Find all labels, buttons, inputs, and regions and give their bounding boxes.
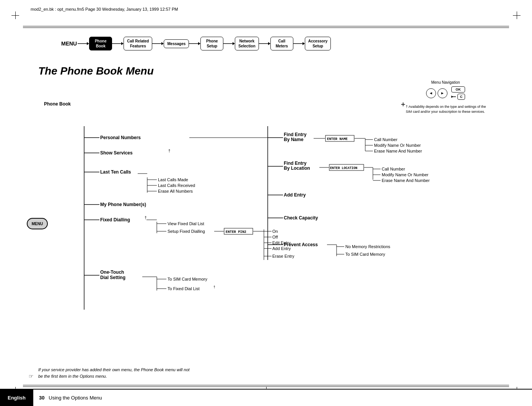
svg-text:Add Entry: Add Entry [284, 192, 306, 198]
svg-text:No Memory Restrictions: No Memory Restrictions [345, 244, 390, 249]
header-text: mod2_en.bk : opt_menu.fm5 Page 30 Wednes… [31, 7, 501, 11]
nav-bar: MENU Phone Book Call Related Features Me… [61, 31, 486, 57]
svg-text:To SIM Card Memory: To SIM Card Memory [168, 277, 207, 281]
svg-text:Setup Fixed Dialling: Setup Fixed Dialling [168, 229, 205, 234]
svg-text:ENTER NAME: ENTER NAME [327, 137, 348, 141]
svg-text:Call Number: Call Number [374, 137, 397, 142]
tree-diagram: Personal Numbers Show Services † Last Te… [38, 96, 497, 356]
corner-mark-tl [11, 11, 19, 19]
svg-text:ENTER LOCATION: ENTER LOCATION [330, 166, 357, 170]
bottom-line2 [23, 385, 509, 385]
page-number: 30 [39, 395, 44, 401]
svg-text:Modify Name Or Number: Modify Name Or Number [382, 172, 429, 177]
nav-item-accessorysetup[interactable]: Accessory Setup [305, 37, 331, 50]
svg-text:Last Calls Made: Last Calls Made [158, 177, 188, 182]
svg-text:My Phone Number(s): My Phone Number(s) [100, 202, 146, 207]
svg-text:Personal Numbers: Personal Numbers [100, 135, 141, 140]
nav-item-messages[interactable]: Messages [164, 39, 189, 48]
svg-text:Find Entry: Find Entry [284, 132, 307, 137]
svg-text:Erase Name And Number: Erase Name And Number [374, 149, 422, 153]
svg-text:To Fixed Dial List: To Fixed Dial List [168, 286, 200, 291]
nav-arrow-1 [78, 41, 89, 46]
svg-text:Modify Name Or Number: Modify Name Or Number [374, 143, 421, 148]
nav-arrow-5 [223, 41, 235, 46]
svg-text:One-Touch: One-Touch [100, 270, 124, 275]
note-text: If your service provider has added their… [38, 367, 191, 379]
svg-text:Erase All Numbers: Erase All Numbers [158, 189, 193, 193]
nav-item-callrelated[interactable]: Call Related Features [124, 37, 152, 50]
svg-text:ENTER PIN2: ENTER PIN2 [226, 230, 246, 234]
nav-arrow-4 [189, 41, 200, 46]
nav-arrow-6 [259, 41, 270, 46]
svg-text:Call Number: Call Number [382, 167, 405, 171]
nav-arrow-2 [112, 41, 124, 46]
nav-item-networkselection[interactable]: Network Selection [235, 37, 259, 50]
svg-text:By Location: By Location [284, 166, 310, 171]
svg-text:Dial Setting: Dial Setting [100, 275, 125, 280]
corner-mark-tr [513, 11, 521, 19]
svg-text:Last Ten Calls: Last Ten Calls [100, 169, 131, 175]
bottom-bar: English 30 Using the Options Menu [0, 389, 532, 406]
nav-arrow-3 [152, 41, 164, 46]
nav-item-phonesetup[interactable]: Phone Setup [200, 37, 223, 50]
svg-text:Erase Name And Number: Erase Name And Number [382, 178, 430, 183]
language-badge: English [0, 390, 33, 406]
svg-text:Last Calls Received: Last Calls Received [158, 183, 195, 188]
svg-marker-13 [303, 42, 305, 45]
svg-text:†: † [213, 285, 215, 289]
svg-text:†: † [145, 216, 147, 220]
note-icon: ☞ [29, 373, 34, 379]
top-line2 [23, 28, 509, 28]
page-title: The Phone Book Menu [38, 65, 154, 77]
svg-text:Check Capacity: Check Capacity [284, 215, 318, 221]
svg-text:Fixed Dialling: Fixed Dialling [100, 217, 130, 222]
svg-text:†: † [168, 149, 171, 153]
svg-text:View Fixed Dial List: View Fixed Dial List [168, 221, 204, 226]
svg-text:On: On [272, 229, 278, 234]
nav-arrow-7 [293, 41, 305, 46]
svg-marker-11 [268, 42, 270, 45]
menu-label: MENU [61, 41, 77, 47]
top-line [23, 26, 509, 26]
svg-text:Find Entry: Find Entry [284, 161, 307, 166]
diagram-area: Phone Book Menu Navigation ◄ ► OK C † Av… [23, 80, 509, 368]
page-text: Using the Options Menu [49, 395, 102, 401]
bottom-line [23, 387, 509, 387]
svg-text:By Name: By Name [284, 137, 304, 142]
nav-item-callmeters[interactable]: Call Meters [270, 37, 293, 50]
page-info: 30 Using the Options Menu [39, 395, 102, 401]
svg-text:Prevent Access: Prevent Access [284, 242, 318, 247]
menu-nav-title: Menu Navigation [401, 80, 490, 84]
svg-text:Erase Entry: Erase Entry [272, 254, 294, 258]
ok-btn[interactable]: OK [451, 86, 465, 93]
svg-text:Off: Off [272, 235, 278, 239]
svg-text:Show Services: Show Services [100, 150, 133, 156]
svg-text:To SIM Card Memory: To SIM Card Memory [345, 252, 385, 257]
nav-item-phonebook[interactable]: Phone Book [89, 37, 112, 50]
